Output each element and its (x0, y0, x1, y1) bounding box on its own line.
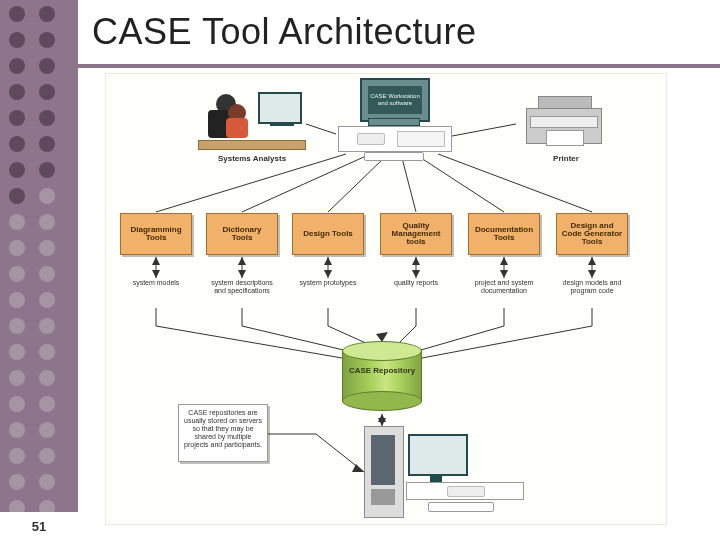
sublabel-4: project and system documentation (468, 279, 540, 295)
svg-marker-29 (378, 418, 386, 426)
title-bar: CASE Tool Architecture (78, 0, 720, 68)
svg-line-1 (242, 156, 366, 212)
server-base-unit (406, 482, 524, 500)
printer-figure (516, 94, 612, 150)
monitor-stand (368, 118, 420, 126)
tool-dictionary: Dictionary Tools (206, 213, 278, 255)
workstation-keyboard (364, 152, 424, 161)
workstation-caption: CASE Workstation and software (368, 86, 422, 114)
svg-line-3 (402, 158, 416, 212)
svg-marker-9 (152, 257, 160, 265)
svg-marker-25 (588, 270, 596, 278)
svg-marker-13 (238, 270, 246, 278)
tool-design: Design Tools (292, 213, 364, 255)
svg-marker-28 (378, 414, 386, 422)
tool-diagramming: Diagramming Tools (120, 213, 192, 255)
sublabel-3: quality reports (380, 279, 452, 287)
server-tower (364, 426, 404, 518)
sublabel-2: system prototypes (292, 279, 364, 287)
tool-quality: Quality Management tools (380, 213, 452, 255)
sublabel-0: system models (120, 279, 192, 287)
svg-marker-19 (412, 270, 420, 278)
svg-marker-22 (500, 270, 508, 278)
svg-marker-16 (324, 270, 332, 278)
slide-title: CASE Tool Architecture (92, 11, 477, 53)
tool-codegen: Design and Code Generator Tools (556, 213, 628, 255)
sidebar-dots (9, 6, 69, 540)
diagram-canvas: Systems Analysts CASE Workstation and so… (106, 74, 666, 524)
page-number: 51 (0, 512, 78, 540)
svg-marker-18 (412, 257, 420, 265)
systems-analysts-figure (198, 88, 306, 150)
repository-note: CASE repositories are usually stored on … (178, 404, 268, 462)
decorative-sidebar (0, 0, 78, 540)
repository-label: CASE Repository (342, 366, 422, 375)
tool-documentation: Documentation Tools (468, 213, 540, 255)
svg-marker-21 (500, 257, 508, 265)
workstation-monitor: CASE Workstation and software (360, 78, 430, 122)
svg-line-2 (328, 158, 384, 212)
svg-line-4 (418, 156, 504, 212)
svg-marker-24 (588, 257, 596, 265)
printer-label: Printer (536, 154, 596, 163)
server-monitor-stand (430, 474, 442, 482)
svg-marker-10 (152, 270, 160, 278)
svg-line-6 (306, 124, 336, 134)
analysts-label: Systems Analysts (198, 154, 306, 163)
server-monitor (408, 434, 468, 476)
svg-marker-15 (324, 257, 332, 265)
svg-line-7 (452, 124, 516, 136)
server-keyboard (428, 502, 494, 512)
workstation-cpu (338, 126, 452, 152)
slide-root: CASE Tool Architecture 51 (0, 0, 720, 540)
case-repository: CASE Repository (342, 350, 422, 402)
svg-marker-12 (238, 257, 246, 265)
svg-marker-30 (352, 464, 364, 472)
sublabel-5: design models and program code (556, 279, 628, 295)
sublabel-1: system descriptions and specifications (206, 279, 278, 295)
